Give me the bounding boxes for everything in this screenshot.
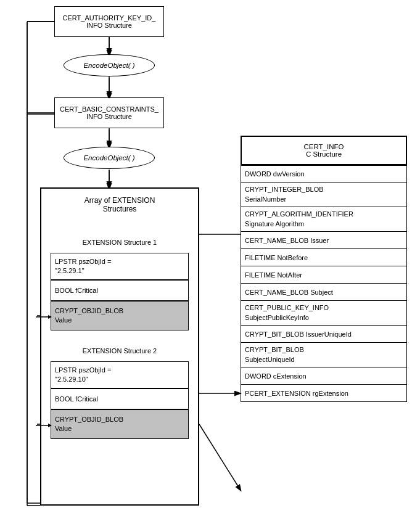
cert-info-row-2: CRYPT_ALGORITHM_IDENTIFIER Signature Alg… bbox=[241, 207, 407, 232]
cert-info-row-0: DWORD dwVersion bbox=[241, 165, 407, 183]
ext1-arrow-left bbox=[36, 313, 51, 314]
ext1-lpstr: LPSTR pszObjId = "2.5.29.1" bbox=[51, 253, 189, 280]
cert-info-row-6: CERT_NAME_BLOB Subject bbox=[241, 284, 407, 301]
cert-info-row-5: FILETIME NotAfter bbox=[241, 266, 407, 284]
cert-info-row-11: PCERT_EXTENSION rgExtension bbox=[241, 385, 407, 402]
ext1-bool: BOOL fCritical bbox=[51, 280, 189, 301]
cert-info-row-10: DWORD cExtension bbox=[241, 367, 407, 385]
ext2-title: EXTENSION Structure 2 bbox=[51, 340, 189, 361]
cert-info-row-4: FILETIME NotBefore bbox=[241, 249, 407, 266]
ext1-crypt: CRYPT_OBJID_BLOB Value bbox=[51, 301, 189, 330]
cert-info-header: CERT_INFO C Structure bbox=[241, 136, 407, 165]
cert-info-row-3: CERT_NAME_BLOB Issuer bbox=[241, 232, 407, 249]
svg-line-11 bbox=[199, 424, 241, 490]
encode-object-1: EncodeObject( ) bbox=[64, 54, 155, 76]
diagram: CERT_AUTHORITY_KEY_ID_ INFO Structure En… bbox=[0, 0, 420, 521]
ext1-title: EXTENSION Structure 1 bbox=[51, 232, 189, 253]
array-title: Array of EXTENSION Structures bbox=[40, 187, 199, 222]
cert-info-row-9: CRYPT_BIT_BLOB SubjectUniqueId bbox=[241, 343, 407, 367]
ext2-bool: BOOL fCritical bbox=[51, 388, 189, 409]
ext2-crypt: CRYPT_OBJID_BLOB Value bbox=[51, 409, 189, 439]
cert-basic-box: CERT_BASIC_CONSTRAINTS_ INFO Structure bbox=[54, 97, 164, 128]
ext2-arrow-left bbox=[36, 422, 51, 423]
cert-info-row-1: CRYPT_INTEGER_BLOB SerialNumber bbox=[241, 183, 407, 207]
cert-info-row-8: CRYPT_BIT_BLOB IssuerUniqueId bbox=[241, 326, 407, 343]
cert-authority-box: CERT_AUTHORITY_KEY_ID_ INFO Structure bbox=[54, 6, 164, 37]
encode-object-2: EncodeObject( ) bbox=[64, 147, 155, 169]
cert-info-row-7: CERT_PUBLIC_KEY_INFO SubjectPublicKeyInf… bbox=[241, 301, 407, 326]
ext2-lpstr: LPSTR pszObjId = "2.5.29.10" bbox=[51, 361, 189, 388]
